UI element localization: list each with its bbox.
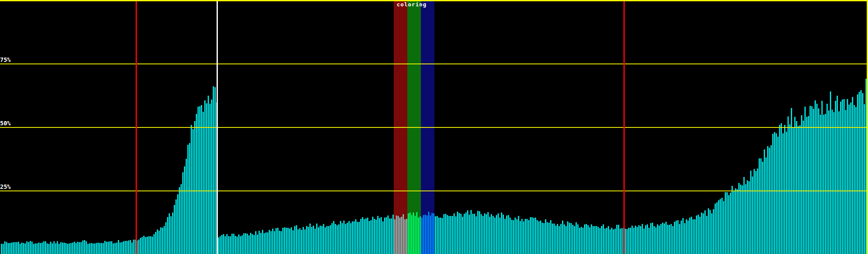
histogram-bar [826, 104, 828, 254]
histogram-bar [342, 223, 343, 254]
histogram-bar [338, 224, 339, 254]
marker-line-red-right [623, 1, 625, 254]
histogram-bar [94, 243, 95, 254]
histogram-bar [840, 102, 841, 254]
histogram-bar [442, 218, 443, 254]
histogram-bar [353, 221, 355, 254]
histogram-bar [469, 215, 470, 254]
histogram-bar [45, 241, 46, 254]
histogram-bar [542, 223, 543, 254]
histogram-bar [798, 126, 799, 254]
histogram-bar [62, 243, 63, 254]
histogram-bar [364, 219, 365, 254]
histogram-bar [143, 236, 145, 254]
histogram-bar [340, 221, 341, 254]
histogram-bar [457, 212, 458, 254]
histogram-bar [637, 227, 638, 254]
histogram-bar [659, 226, 660, 254]
histogram-bar [267, 232, 268, 254]
histogram-bar [548, 223, 550, 254]
histogram-bar [194, 121, 195, 254]
histogram-bar [348, 221, 350, 254]
histogram-bar [28, 242, 29, 254]
histogram-bar [681, 221, 682, 254]
histogram-bar [833, 112, 835, 254]
histogram-bar [30, 241, 31, 254]
histogram-bar [362, 217, 363, 254]
histogram-bar [130, 240, 131, 254]
histogram-bar [667, 225, 668, 254]
top-border-line [0, 0, 868, 1]
histogram-bar [204, 100, 206, 254]
histogram-bar [296, 225, 297, 254]
histogram-bar [679, 224, 680, 254]
histogram-bar [230, 236, 231, 254]
histogram-bar [698, 215, 699, 254]
histogram-bar [299, 228, 300, 254]
histogram-bar [313, 226, 314, 254]
histogram-bar [309, 224, 311, 254]
histogram-bar [4, 241, 6, 254]
histogram-bar [791, 108, 792, 254]
histogram-bar [113, 243, 114, 254]
histogram-bar [184, 166, 185, 254]
histogram-bar [642, 224, 643, 254]
histogram-bar [148, 236, 150, 254]
histogram-bar [206, 103, 207, 254]
histogram-bar [311, 227, 312, 254]
histogram-bar [492, 216, 494, 254]
histogram-bar [75, 243, 77, 254]
histogram-bar [21, 243, 22, 254]
histogram-bar [462, 217, 463, 254]
histogram-bar [764, 149, 765, 254]
histogram-bar [52, 243, 53, 254]
histogram-bar [159, 231, 160, 254]
histogram-bar [535, 218, 536, 254]
histogram-bar [708, 208, 709, 254]
histogram-bar [126, 241, 128, 254]
histogram-bar [832, 110, 833, 254]
histogram-bar [855, 107, 857, 254]
histogram-bar [599, 228, 601, 254]
histogram-bar [737, 189, 738, 254]
histogram-bar [226, 234, 228, 254]
histogram-bar [801, 115, 802, 254]
histogram-bar [674, 222, 675, 254]
histogram-bar [181, 184, 182, 254]
histogram-bar [618, 225, 619, 254]
histogram-bar [481, 214, 482, 254]
histogram-bar [565, 226, 567, 254]
histogram-bar [376, 220, 377, 254]
histogram-bar [850, 102, 851, 254]
histogram-bar [523, 221, 524, 254]
histogram-bar [294, 226, 295, 254]
histogram-bar [504, 219, 506, 254]
histogram-bar [420, 216, 421, 254]
histogram-bar [47, 243, 48, 254]
histogram-bar [806, 117, 807, 254]
histogram-bar [718, 200, 719, 254]
histogram-bar [121, 242, 122, 254]
histogram-bar [370, 220, 372, 254]
histogram-bar [486, 214, 487, 254]
histogram-bar [430, 215, 431, 254]
histogram-bar [799, 125, 801, 254]
histogram-bar [511, 220, 512, 254]
histogram-bar [196, 114, 197, 254]
histogram-bar [487, 212, 489, 254]
histogram-bar [670, 224, 672, 254]
histogram-bar [265, 232, 267, 254]
axis-label-50: 50% [0, 120, 11, 126]
histogram-bar [713, 209, 714, 254]
histogram-bar [696, 215, 697, 254]
histogram-bar [97, 243, 99, 254]
histogram-bar [465, 213, 467, 254]
histogram-bar [379, 218, 380, 254]
histogram-bar [528, 220, 529, 254]
histogram-bar [633, 228, 634, 254]
histogram-bar [489, 217, 490, 254]
histogram-bar [345, 224, 346, 254]
histogram-bar [554, 224, 555, 254]
histogram-bar [416, 212, 417, 254]
histogram-bar [852, 97, 853, 254]
